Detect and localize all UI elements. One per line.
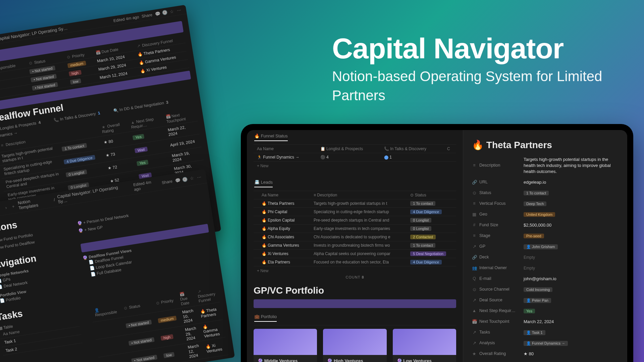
table-row[interactable]: 🔥 Phi Capital Specializing in cutting-ed… [254, 208, 456, 216]
comments-icon[interactable]: 💬 [155, 11, 160, 17]
clock-icon[interactable]: 🕘 [162, 10, 167, 15]
property-value[interactable]: Empty [524, 254, 535, 260]
fwd-icon[interactable]: › [3, 205, 9, 210]
col-name[interactable]: Name [268, 193, 278, 197]
property-row[interactable]: 👥Internal Owner Empty [472, 262, 619, 273]
col-status[interactable]: Status [34, 59, 46, 65]
property-label: ↗Tasks [472, 330, 516, 335]
window-actions: ‹ › + Notion Templates / Capital Navigat… [0, 169, 235, 362]
portfolio-card[interactable]: 🔮 High Ventures Revolutionizing brain-co… [323, 329, 386, 362]
col-status[interactable]: Status [415, 193, 426, 197]
property-value[interactable]: Deep Tech [524, 200, 546, 206]
clock-icon[interactable]: 🕘 [182, 176, 187, 182]
table-row[interactable]: 🔥 Eta Partners Focused on the education … [254, 258, 456, 266]
property-label: #Fund Size [472, 223, 516, 227]
property-row[interactable]: ≡Stage Pre-seed [472, 230, 619, 241]
property-value[interactable]: 👤 John Grisham [524, 243, 558, 249]
property-value[interactable]: 👤 Task 1 [524, 329, 545, 335]
calendar-icon: 📅 [95, 50, 101, 55]
property-label: 👥Internal Owner [472, 265, 516, 270]
table-row[interactable]: 🔥 Theta Partners Targets high-growth pot… [254, 199, 456, 208]
table-row[interactable]: 🏃 Funnel Dynamics → ⚫ 4 ⬤ 1 [254, 153, 456, 162]
property-value[interactable]: Cold Incoming [524, 286, 552, 292]
share-button[interactable]: Share [161, 179, 173, 185]
edited-indicator: Edited 4m ago [133, 179, 160, 192]
card-thumbnail [323, 329, 386, 355]
new-row-button[interactable]: + New [254, 266, 456, 275]
back-icon[interactable]: ‹ [0, 206, 1, 212]
property-label: 🔗URL [472, 180, 516, 185]
table-row[interactable]: 🔥 Epsilon Capital Pre-seed deeptech star… [254, 216, 456, 225]
property-row[interactable]: 📅Next Touchpoint March 22, 2024 [472, 316, 619, 327]
property-value[interactable]: 1 To contact [524, 190, 549, 196]
card-thumbnail [254, 329, 317, 355]
col-talks[interactable]: In Talks & Discovery [390, 146, 426, 151]
property-value[interactable]: March 22, 2024 [524, 318, 554, 324]
property-label: QE-mail [472, 276, 516, 281]
property-row[interactable]: 🔗URL edgeleap.io [472, 177, 619, 187]
col-name[interactable]: Name [9, 329, 20, 336]
col-desc[interactable]: Description [317, 193, 337, 197]
property-row[interactable]: ↗Tasks 👤 Task 1 [472, 327, 619, 338]
star-icon[interactable]: ☆ [189, 175, 195, 181]
property-row[interactable]: QE-mail john@grisham.io [472, 273, 619, 284]
priority-icon: ⊙ [66, 55, 71, 60]
comments-icon[interactable]: 💬 [175, 178, 180, 183]
property-row[interactable]: ↗Deal Source 👤 Peter Pan [472, 295, 619, 305]
table-row[interactable]: 🔥 Chi Associates Chi Associates is dedic… [254, 233, 456, 241]
property-row[interactable]: ≡Description Targets high-growth potenti… [472, 154, 619, 177]
property-value[interactable]: Pre-seed [524, 233, 544, 239]
col-longlist[interactable]: Longlist & Prospects [326, 146, 363, 151]
property-row[interactable]: ↗Analysis 👤 Funnel Dynamics → [472, 338, 619, 348]
col-due[interactable]: Due Date [101, 47, 119, 54]
share-button[interactable]: Share [141, 12, 153, 19]
property-label: ↗Analysis [472, 341, 516, 346]
property-value[interactable]: Targets high-growth potential startups i… [524, 156, 619, 174]
table-row[interactable]: 🔥 Alpha Equity Early-stage investments i… [254, 225, 456, 233]
hero-subtitle: Notion-based Operating System for Limite… [332, 67, 644, 105]
hero-title: Capital Navigator [332, 32, 644, 65]
tab-leads[interactable]: 📇 Leads [254, 180, 273, 187]
property-row[interactable]: ⊙Team 80% [472, 359, 619, 362]
property-label: ★Overall Rating [472, 351, 516, 356]
more-icon[interactable]: ⋯ [197, 174, 202, 180]
property-value[interactable]: Yes [524, 308, 535, 314]
star-icon[interactable]: ☆ [169, 9, 174, 14]
portfolio-card[interactable]: 🔮 Low Ventures Quantum computing solutio… [393, 329, 456, 362]
tab-portfolio[interactable]: 💼 Portfolio [254, 314, 277, 322]
property-value[interactable]: $2,500,000.00 [524, 222, 551, 228]
funnel-table: Aa Name 📋 Longlist & Prospects 📞 In Talk… [254, 145, 456, 162]
leads-table: Aa Name ≡ Description ⊙ Status 🔥 Theta P… [254, 191, 456, 266]
property-row[interactable]: ▲Next Step Requir… Yes [472, 305, 619, 316]
property-value[interactable]: ★ 80 [524, 351, 534, 357]
property-value[interactable]: john@grisham.io [524, 276, 556, 282]
portfolio-card[interactable]: 🔮 Middle Ventures Intelligent automation… [254, 329, 317, 362]
card-title: 🔮 Middle Ventures [258, 358, 313, 362]
col-more[interactable]: C [444, 145, 456, 153]
property-row[interactable]: ↗GP 👤 John Grisham [472, 241, 619, 252]
new-row-button[interactable]: + New [254, 162, 456, 170]
table-row[interactable]: 🔥 Xi Ventures Alpha Capital seeks out pi… [254, 250, 456, 258]
property-row[interactable]: ≡Vertical Focus Deep Tech [472, 198, 619, 209]
property-value[interactable]: 👤 Funnel Dynamics → [524, 340, 568, 346]
more-icon[interactable]: ⋯ [176, 7, 182, 13]
property-label: ≡Stage [472, 233, 516, 238]
property-value[interactable]: United Kingdom [524, 211, 555, 217]
col-desc[interactable]: Description [5, 139, 26, 147]
col-name[interactable]: Name [263, 146, 274, 151]
table-row[interactable]: 🔥 Gamma Ventures Invests in groundbreaki… [254, 241, 456, 250]
property-row[interactable]: 🔗Deck Empty [472, 252, 619, 262]
relation-icon: ↗ [136, 43, 141, 49]
property-value[interactable]: Empty [524, 265, 535, 271]
property-row[interactable]: ⊙Status 1 To contact [472, 187, 619, 198]
property-value[interactable]: edgeleap.io [524, 179, 546, 185]
property-row[interactable]: #Fund Size $2,500,000.00 [472, 220, 619, 230]
property-row[interactable]: ★Overall Rating ★ 80 [472, 348, 619, 359]
col-priority[interactable]: Priority [72, 52, 85, 59]
tab-funnel-status[interactable]: 🔥 Funnel Status [254, 133, 288, 141]
status-icon: ⊙ [28, 60, 34, 66]
property-row[interactable]: ⊙Source Channel Cold Incoming [472, 284, 619, 295]
property-value[interactable]: 👤 Peter Pan [524, 297, 551, 303]
property-row[interactable]: ▦Geo United Kingdom [472, 209, 619, 220]
new-tab-icon[interactable]: + [10, 203, 16, 209]
